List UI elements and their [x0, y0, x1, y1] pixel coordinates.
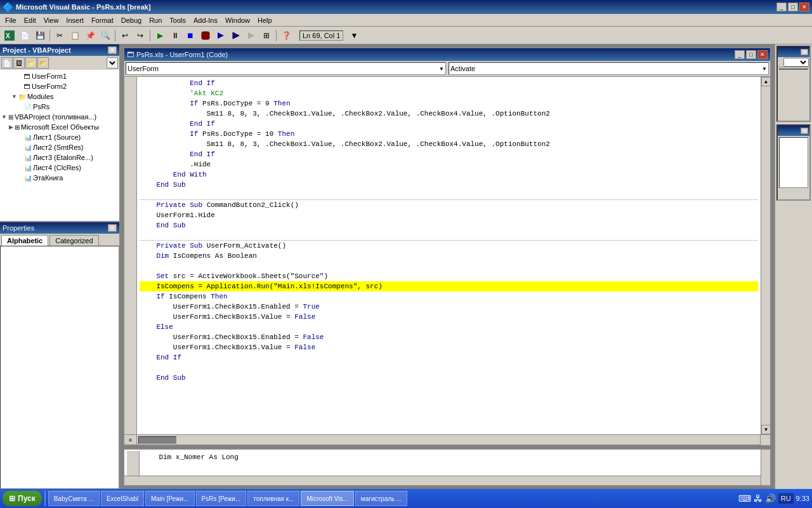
- menu-view[interactable]: View: [40, 15, 63, 25]
- code-editor[interactable]: End If 'Akt KC2 If PsRs.DocType = 9 Then…: [137, 77, 761, 434]
- tree-userform2[interactable]: 🗔 UserForm2: [1, 81, 118, 91]
- toolbar-new[interactable]: 📄: [18, 29, 32, 43]
- tree-sheet4[interactable]: 📊 Лист4 (ClcRes): [1, 163, 118, 173]
- far-panel2-title: ✕: [778, 126, 809, 136]
- proc-dropdown-arrow: ▼: [762, 66, 767, 72]
- title-bar: 🔷 Microsoft Visual Basic - PsRs.xls [bre…: [0, 0, 812, 14]
- menu-file[interactable]: File: [1, 15, 20, 25]
- minimize-button[interactable]: _: [776, 3, 787, 11]
- taskbar-psrs[interactable]: PsRs [Режи...: [196, 491, 247, 506]
- proj-btn-view-designer[interactable]: 🖼: [13, 57, 25, 69]
- tab-alphabetic[interactable]: Alphabetic: [1, 235, 48, 246]
- tree-sheet1[interactable]: 📊 Лист1 (Source): [1, 132, 118, 142]
- toolbar-stepout[interactable]: [244, 29, 258, 43]
- code-dropdowns: UserForm ▼ Activate ▼: [124, 61, 770, 77]
- toolbar-run[interactable]: ▶: [153, 29, 167, 43]
- taskbar-magistral[interactable]: магистраль ...: [355, 491, 408, 506]
- toolbar-pause[interactable]: ⏸: [168, 29, 182, 43]
- code-proc-dropdown[interactable]: Activate ▼: [449, 62, 769, 75]
- taskbar-vba[interactable]: Microsoft Vis...: [301, 491, 353, 506]
- menu-format[interactable]: Format: [88, 15, 117, 25]
- menu-run[interactable]: Run: [145, 15, 166, 25]
- toolbar-find[interactable]: 🔍: [98, 29, 112, 43]
- bottom-strip-hscroll[interactable]: [124, 476, 761, 485]
- far-panel1-title: ✕: [778, 47, 809, 57]
- code-resize-grip[interactable]: [761, 435, 770, 445]
- toolbar-sep4: [276, 30, 277, 41]
- project-tree[interactable]: 🗔 UserForm1 🗔 UserForm2 ▼ 📁 Modules 📄: [0, 70, 119, 221]
- far-panel1-dropdown[interactable]: [783, 58, 809, 67]
- menu-edit[interactable]: Edit: [20, 15, 40, 25]
- taskbar-main[interactable]: Main [Режи...: [145, 491, 195, 506]
- menu-bar: File Edit View Insert Format Debug Run T…: [0, 14, 812, 27]
- tree-sheet2[interactable]: 📊 Лист2 (SmtRes): [1, 142, 118, 152]
- toolbar-userform[interactable]: ⊞: [259, 29, 273, 43]
- proj-btn-toggle[interactable]: 📁: [25, 57, 37, 69]
- tab-categorized[interactable]: Categorized: [49, 235, 98, 246]
- menu-addins[interactable]: Add-Ins: [190, 15, 221, 25]
- toolbar-step[interactable]: [214, 29, 228, 43]
- toolbar-paste[interactable]: 📌: [83, 29, 97, 43]
- toolbar-breakpoint[interactable]: [199, 29, 213, 43]
- taskbar-excelshabl[interactable]: ExcelShabl: [101, 491, 144, 506]
- tree-userform1[interactable]: 🗔 UserForm1: [1, 71, 118, 81]
- far-panel2-close[interactable]: ✕: [801, 128, 808, 134]
- code-object-dropdown[interactable]: UserForm ▼: [126, 62, 446, 75]
- left-panel: Project - VBAProject ✕ 📄 🖼 📁 📂 🗔 UserFor…: [0, 44, 121, 489]
- scroll-up-arrow[interactable]: ▲: [761, 77, 770, 86]
- project-close-button[interactable]: ✕: [108, 46, 117, 54]
- scroll-track[interactable]: [761, 86, 770, 425]
- menu-window[interactable]: Window: [221, 15, 254, 25]
- toolbar-cut[interactable]: ✂: [53, 29, 67, 43]
- toolbar-copy[interactable]: 📋: [68, 29, 82, 43]
- code-minimize-button[interactable]: _: [735, 50, 745, 59]
- maximize-button[interactable]: □: [788, 3, 798, 11]
- project-dropdown[interactable]: [107, 57, 118, 69]
- userform2-icon: 🗔: [24, 83, 30, 90]
- properties-title: Properties ✕: [0, 222, 119, 234]
- tree-sheet3[interactable]: 📊 Лист3 (EtalonRe...): [1, 152, 118, 163]
- toolbar-undo[interactable]: ↩: [118, 29, 132, 43]
- tray-speaker-icon: 🔊: [765, 493, 776, 504]
- tree-vbaproject[interactable]: ▼ ⊞ VBAProject (топливная...): [1, 112, 118, 122]
- toolbar-save[interactable]: 💾: [33, 29, 47, 43]
- title-bar-text: Microsoft Visual Basic - PsRs.xls [break…: [16, 3, 774, 11]
- toolbar-redo[interactable]: ↪: [133, 29, 147, 43]
- code-body: End If 'Akt KC2 If PsRs.DocType = 9 Then…: [124, 77, 770, 434]
- menu-help[interactable]: Help: [254, 15, 276, 25]
- toolbar-stepover[interactable]: [229, 29, 243, 43]
- toolbar-stop[interactable]: ⏹: [183, 29, 197, 43]
- menu-debug[interactable]: Debug: [117, 15, 145, 25]
- properties-tabs: Alphabetic Categorized: [0, 234, 119, 246]
- proj-btn-folder[interactable]: 📂: [37, 57, 49, 69]
- code-close-button[interactable]: ✕: [757, 50, 768, 59]
- code-view-icons: ≡: [124, 435, 137, 444]
- far-right-panel-1: ✕: [776, 46, 811, 122]
- proj-btn-view-code[interactable]: 📄: [1, 57, 13, 69]
- taskbar-toplivnaya[interactable]: топливная к...: [247, 491, 299, 506]
- menu-insert[interactable]: Insert: [62, 15, 88, 25]
- bottom-strip-scrollbar[interactable]: [761, 450, 770, 485]
- svg-rect-2: [202, 32, 209, 39]
- scroll-down-arrow[interactable]: ▼: [761, 425, 770, 434]
- start-button[interactable]: ⊞ Пуск: [3, 491, 42, 506]
- menu-tools[interactable]: Tools: [166, 15, 190, 25]
- toolbar-excel-icon[interactable]: X: [3, 29, 16, 43]
- tree-etakniga[interactable]: 📊 ЭтаКнига: [1, 173, 118, 183]
- hscroll-thumb[interactable]: [138, 436, 176, 444]
- code-hscroll[interactable]: [137, 435, 761, 444]
- tray-icons: ⌨ 🖧 🔊: [738, 493, 776, 504]
- tree-psrs[interactable]: 📄 PsRs: [1, 102, 118, 112]
- toolbar-dropdown[interactable]: ▼: [347, 29, 361, 43]
- taskbar-babycmeta[interactable]: BabyСмета ...: [48, 491, 100, 506]
- code-maximize-button[interactable]: □: [746, 50, 756, 59]
- far-panel1-close[interactable]: ✕: [801, 49, 808, 55]
- close-button[interactable]: ✕: [799, 3, 809, 11]
- tree-excel-objects[interactable]: ▶ ⊞ Microsoft Excel Объекты: [1, 122, 118, 132]
- toolbar-help[interactable]: ❓: [279, 29, 293, 43]
- taskbar-lang[interactable]: RU: [778, 493, 794, 504]
- etakniga-icon: 📊: [24, 175, 32, 182]
- properties-close-button[interactable]: ✕: [108, 224, 117, 232]
- tree-modules[interactable]: ▼ 📁 Modules: [1, 91, 118, 102]
- code-scrollbar-vertical[interactable]: ▲ ▼: [761, 77, 770, 434]
